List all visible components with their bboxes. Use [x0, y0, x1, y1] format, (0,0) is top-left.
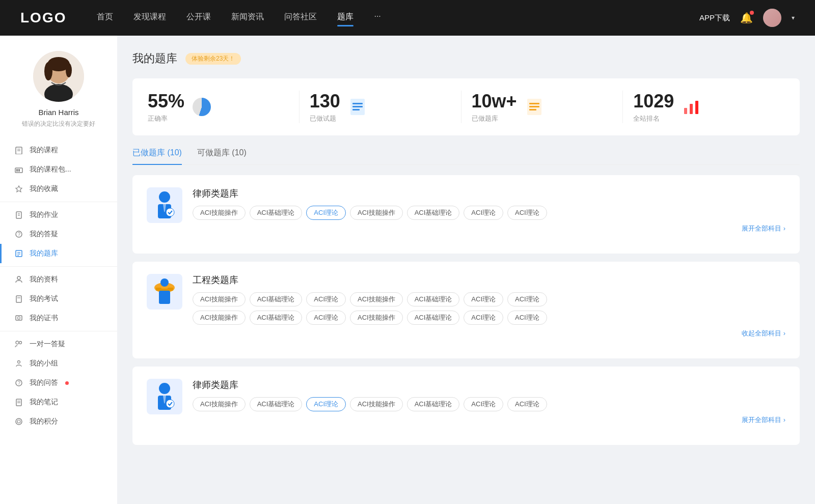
sidebar-item-homework[interactable]: 我的作业 [0, 205, 117, 225]
collapse-btn-2[interactable]: 收起全部科目 › [193, 329, 785, 338]
tag-2-1[interactable]: ACI基础理论 [250, 292, 303, 306]
qbank-content-2: 工程类题库 ACI技能操作 ACI基础理论 ACI理论 ACI技能操作 ACI基… [193, 274, 785, 338]
tag-3-4[interactable]: ACI基础理论 [407, 397, 460, 411]
tag-2b-3[interactable]: ACI技能操作 [350, 311, 403, 325]
expand-btn-3[interactable]: 展开全部科目 › [193, 415, 785, 425]
tag-2b-4[interactable]: ACI基础理论 [407, 311, 460, 325]
tag-1-3[interactable]: ACI技能操作 [350, 206, 403, 220]
tag-1-1[interactable]: ACI基础理论 [250, 206, 303, 220]
tag-1-6[interactable]: ACI理论 [507, 206, 547, 220]
sidebar-item-question-bank[interactable]: 我的题库 [0, 244, 117, 263]
stat-value-done-questions: 130 已做试题 [310, 91, 340, 123]
sidebar-menu: 我的课程 我的课程包... 我的收藏 我的作业 [0, 141, 117, 431]
sidebar-item-exam[interactable]: 我的考试 [0, 289, 117, 309]
sidebar-item-label: 我的证书 [30, 314, 58, 323]
tab-done-banks[interactable]: 已做题库 (10) [132, 148, 182, 164]
nav-open-course[interactable]: 公开课 [186, 12, 211, 24]
tag-2b-6[interactable]: ACI理论 [507, 311, 547, 325]
nav-home[interactable]: 首页 [97, 12, 113, 24]
nav-more[interactable]: ··· [374, 12, 381, 24]
sidebar-item-label: 我的答疑 [30, 230, 58, 239]
nav-news[interactable]: 新闻资讯 [231, 12, 264, 24]
sidebar-item-points[interactable]: 我的积分 [0, 412, 117, 431]
stat-value-rank: 1029 全站排名 [633, 91, 674, 123]
svg-point-35 [16, 418, 22, 425]
sidebar-item-my-qa[interactable]: ? 我的问答 [0, 373, 117, 393]
tag-2-4[interactable]: ACI基础理论 [407, 292, 460, 306]
main-nav: 首页 发现课程 公开课 新闻资讯 问答社区 题库 ··· [97, 12, 699, 24]
sidebar-item-favorites[interactable]: 我的收藏 [0, 179, 117, 199]
tags-row-3: ACI技能操作 ACI基础理论 ACI理论 ACI技能操作 ACI基础理论 AC… [193, 397, 785, 411]
main-header: LOGO 首页 发现课程 公开课 新闻资讯 问答社区 题库 ··· APP下载 … [0, 0, 815, 36]
qbank-title-2: 工程类题库 [193, 274, 785, 286]
tag-1-2[interactable]: ACI理论 [306, 206, 346, 220]
sidebar-item-notes[interactable]: 我的笔记 [0, 393, 117, 412]
sidebar-item-label: 我的题库 [30, 249, 58, 258]
stat-done-banks: 10w+ 已做题库 [461, 91, 623, 123]
tag-2-0[interactable]: ACI技能操作 [193, 292, 246, 306]
tag-1-4[interactable]: ACI基础理论 [407, 206, 460, 220]
tag-1-0[interactable]: ACI技能操作 [193, 206, 246, 220]
sidebar-item-profile[interactable]: 我的资料 [0, 270, 117, 289]
svg-point-22 [17, 276, 20, 279]
sidebar-motto: 错误的决定比没有决定要好 [12, 120, 105, 128]
svg-rect-25 [16, 316, 22, 320]
sidebar-item-group[interactable]: 我的小组 [0, 354, 117, 373]
sidebar-item-my-courses[interactable]: 我的课程 [0, 141, 117, 160]
nav-discover[interactable]: 发现课程 [133, 12, 166, 24]
exam-icon [14, 294, 23, 303]
svg-point-55 [160, 278, 169, 287]
svg-rect-10 [16, 169, 18, 172]
page-title-row: 我的题库 体验剩余23天！ [132, 51, 800, 66]
tag-3-5[interactable]: ACI理论 [464, 397, 503, 411]
sidebar-item-label: 我的收藏 [30, 184, 58, 193]
tag-3-3[interactable]: ACI技能操作 [350, 397, 403, 411]
sidebar-item-1on1[interactable]: 一对一答疑 [0, 334, 117, 354]
tag-2b-0[interactable]: ACI技能操作 [193, 311, 246, 325]
user-dropdown-arrow[interactable]: ▾ [792, 14, 795, 21]
lawyer-svg-icon [152, 190, 177, 220]
sidebar-item-label: 我的课程 [30, 146, 58, 155]
nav-qbank[interactable]: 题库 [337, 12, 354, 24]
tag-2-5[interactable]: ACI理论 [464, 292, 503, 306]
tag-3-6[interactable]: ACI理论 [507, 397, 547, 411]
notification-bell[interactable]: 🔔 [740, 12, 753, 24]
tag-3-1[interactable]: ACI基础理论 [250, 397, 303, 411]
tag-2b-2[interactable]: ACI理论 [306, 311, 346, 325]
done-questions-label: 已做试题 [310, 114, 340, 123]
tag-2-6[interactable]: ACI理论 [507, 292, 547, 306]
sidebar-item-certificate[interactable]: 我的证书 [0, 309, 117, 328]
tag-2-2[interactable]: ACI理论 [306, 292, 346, 306]
group-icon [14, 359, 23, 368]
stat-accuracy: 55% 正确率 [148, 91, 300, 123]
stats-card: 55% 正确率 130 已做试题 [132, 78, 800, 135]
favorites-icon [14, 184, 23, 193]
sidebar-item-label: 我的作业 [30, 210, 58, 219]
lawyer-svg-icon-2 [152, 381, 177, 412]
accuracy-value: 55% [148, 91, 184, 112]
svg-rect-45 [684, 108, 687, 114]
svg-rect-46 [690, 104, 693, 114]
qbank-content-3: 律师类题库 ACI技能操作 ACI基础理论 ACI理论 ACI技能操作 ACI基… [193, 379, 785, 425]
sidebar-item-qa[interactable]: ? 我的答疑 [0, 225, 117, 244]
expand-btn-1[interactable]: 展开全部科目 › [193, 224, 785, 233]
tag-2-3[interactable]: ACI技能操作 [350, 292, 403, 306]
header-right: APP下载 🔔 ▾ [699, 9, 795, 27]
tag-3-2[interactable]: ACI理论 [306, 397, 346, 411]
tab-available-banks[interactable]: 可做题库 (10) [197, 148, 247, 164]
app-download-button[interactable]: APP下载 [699, 13, 730, 23]
tags-row-1: ACI技能操作 ACI基础理论 ACI理论 ACI技能操作 ACI基础理论 AC… [193, 206, 785, 220]
tag-2b-1[interactable]: ACI基础理论 [250, 311, 303, 325]
tag-2b-5[interactable]: ACI理论 [464, 311, 503, 325]
sidebar-item-course-package[interactable]: 我的课程包... [0, 160, 117, 179]
page-title: 我的题库 [132, 51, 177, 66]
main-content: 我的题库 体验剩余23天！ 55% 正确率 130 已做试题 [117, 36, 815, 504]
qbank-header-3: 律师类题库 ACI技能操作 ACI基础理论 ACI理论 ACI技能操作 ACI基… [147, 379, 785, 425]
tag-1-5[interactable]: ACI理论 [464, 206, 503, 220]
svg-point-4 [44, 62, 52, 80]
svg-rect-11 [18, 169, 20, 172]
my-qa-icon: ? [14, 378, 23, 387]
tag-3-0[interactable]: ACI技能操作 [193, 397, 246, 411]
nav-qa[interactable]: 问答社区 [284, 12, 317, 24]
user-avatar[interactable] [763, 9, 781, 27]
